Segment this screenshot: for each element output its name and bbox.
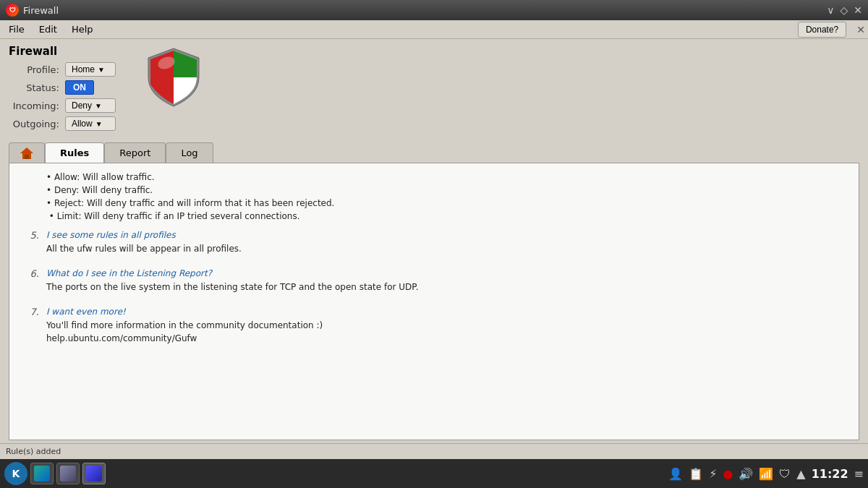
faq-item-6: 6. What do I see in the Listening Report… (21, 268, 847, 294)
taskbar: K 👤 📋 ⚡ ● 🔊 📶 🛡 ▲ 11:22 ≡ (0, 459, 868, 488)
faq-body-5: I see some rules in all profiles All the… (46, 230, 242, 255)
status-toggle[interactable]: ON (65, 80, 94, 95)
shield-tray-icon[interactable]: 🛡 (779, 467, 791, 481)
profile-dropdown[interactable]: Home ▼ (65, 62, 116, 77)
tab-rules-label: Rules (60, 147, 89, 158)
diamond-icon[interactable]: ◇ (840, 4, 848, 16)
incoming-dropdown[interactable]: Deny ▼ (65, 98, 116, 113)
taskbar-right: 👤 📋 ⚡ ● 🔊 📶 🛡 ▲ 11:22 ≡ (668, 467, 864, 481)
taskbar-app-globe[interactable] (30, 463, 54, 484)
incoming-arrow-icon: ▼ (95, 102, 102, 110)
taskbar-app-firewall[interactable] (82, 463, 106, 484)
faq-num-5: 5. (21, 230, 39, 255)
outgoing-dropdown[interactable]: Allow ▼ (65, 116, 116, 131)
tab-home[interactable] (9, 142, 45, 163)
outgoing-value: Allow (72, 119, 93, 129)
firewall-app-icon (86, 466, 102, 481)
incoming-value: Deny (72, 100, 92, 111)
taskbar-app-files[interactable] (56, 463, 80, 484)
kde-logo[interactable]: K (4, 462, 27, 485)
outgoing-arrow-icon: ▼ (95, 120, 103, 128)
close-title-icon[interactable]: ✕ (854, 4, 862, 16)
menu-edit[interactable]: Edit (33, 22, 63, 36)
partial-content: • Allow: Will allow traffic. • Deny: Wil… (21, 171, 847, 223)
tab-report[interactable]: Report (104, 142, 166, 163)
tab-log-label: Log (181, 147, 197, 158)
faq-question-7: I want even more! (46, 307, 323, 317)
close-button[interactable]: ✕ (856, 24, 865, 35)
incoming-label: Incoming: (9, 100, 59, 111)
clock: 11:22 (812, 467, 848, 481)
profile-arrow-icon: ▼ (98, 66, 105, 74)
user-icon[interactable]: 👤 (668, 467, 683, 481)
outgoing-label: Outgoing: (9, 119, 59, 129)
shield-icon (145, 45, 203, 110)
globe-app-icon (34, 466, 50, 481)
home-tab-icon (19, 146, 35, 160)
menu-help[interactable]: Help (66, 22, 99, 36)
tab-log[interactable]: Log (166, 142, 213, 163)
files-app-icon (60, 466, 76, 481)
controls: Profile: Home ▼ Status: ON Incoming: Den… (9, 62, 116, 131)
faq-answer-7: You'll find more information in the comm… (46, 319, 323, 345)
partial-answer: • Allow: Will allow traffic. • Deny: Wil… (46, 171, 334, 223)
incoming-row: Incoming: Deny ▼ (9, 98, 116, 113)
shield-area (145, 45, 203, 110)
left-controls: Firewall Profile: Home ▼ Status: ON Inco… (9, 45, 116, 137)
volume-icon[interactable]: 🔊 (739, 467, 753, 481)
tab-rules[interactable]: Rules (45, 142, 104, 163)
content-area: • Allow: Will allow traffic. • Deny: Wil… (9, 163, 859, 440)
app-icon: 🛡 (6, 4, 19, 17)
tab-bar: Rules Report Log (9, 141, 859, 163)
outgoing-row: Outgoing: Allow ▼ (9, 116, 116, 131)
clipboard-icon[interactable]: 📋 (689, 467, 703, 481)
main-area: Firewall Profile: Home ▼ Status: ON Inco… (0, 39, 868, 443)
tabs-content: Rules Report Log • Allow: Will allow tra… (9, 141, 859, 440)
updown-icon[interactable]: ▲ (796, 467, 805, 481)
faq-question-6: What do I see in the Listening Report? (46, 268, 418, 278)
status-text: Rule(s) added (6, 447, 61, 456)
faq-body-7: I want even more! You'll find more infor… (46, 307, 323, 345)
faq-item-7: 7. I want even more! You'll find more in… (21, 307, 847, 345)
bluetooth-icon[interactable]: ⚡ (709, 467, 717, 481)
profile-label: Profile: (9, 64, 59, 75)
titlebar-title: Firewall (23, 5, 59, 16)
faq-answer-6: The ports on the live system in the list… (46, 281, 418, 294)
titlebar: 🛡 Firewall ∨ ◇ ✕ (0, 0, 868, 20)
faq-num-7: 7. (21, 307, 39, 345)
statusbar: Rule(s) added (0, 443, 868, 459)
wifi-icon[interactable]: 📶 (759, 467, 773, 481)
faq-question-5: I see some rules in all profiles (46, 230, 242, 240)
menu-file[interactable]: File (3, 22, 30, 36)
svg-rect-1 (25, 155, 29, 159)
status-row: Status: ON (9, 80, 116, 95)
profile-value: Home (72, 64, 95, 74)
firewall-title: Firewall (9, 45, 116, 58)
tab-report-label: Report (119, 147, 150, 158)
record-icon[interactable]: ● (723, 467, 733, 481)
faq-item-5: 5. I see some rules in all profiles All … (21, 230, 847, 255)
faq-answer-5: All the ufw rules will be appear in all … (46, 242, 242, 255)
faq-body-6: What do I see in the Listening Report? T… (46, 268, 418, 294)
donate-button[interactable]: Donate? (798, 22, 846, 38)
menu-tray-icon[interactable]: ≡ (854, 467, 864, 481)
faq-num-6: 6. (21, 268, 39, 294)
profile-row: Profile: Home ▼ (9, 62, 116, 77)
status-label: Status: (9, 82, 59, 93)
titlebar-icons: ∨ ◇ ✕ (827, 4, 862, 16)
minimize-icon[interactable]: ∨ (827, 4, 834, 16)
menubar: File Edit Help Donate? ✕ (0, 20, 868, 39)
titlebar-left: 🛡 Firewall (6, 4, 59, 17)
